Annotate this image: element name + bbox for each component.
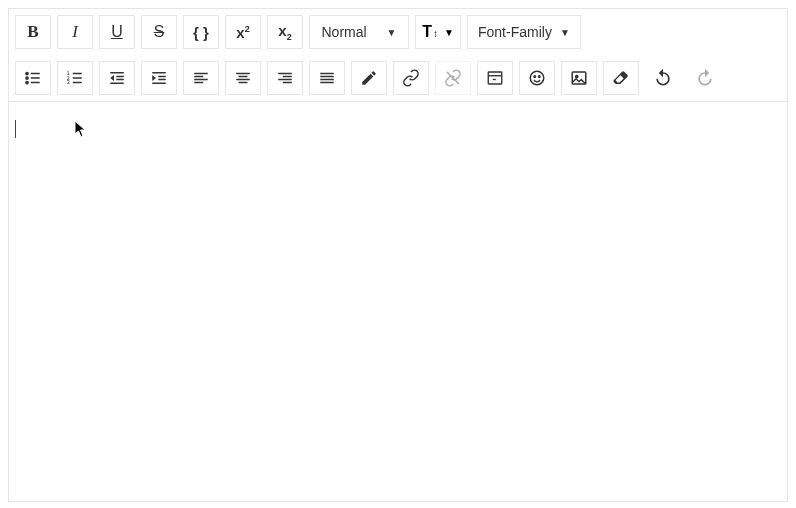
text-caret <box>15 120 16 138</box>
indent-button[interactable] <box>141 61 177 95</box>
heading-dropdown-label: Normal <box>321 24 366 40</box>
svg-rect-39 <box>488 72 502 84</box>
toolbar-row-1: B I U S { } x2 x2 Normal ▼ T↕ ▼ <box>9 9 787 55</box>
code-button[interactable]: { } <box>183 15 219 49</box>
subscript-icon: x2 <box>278 22 291 42</box>
subscript-button[interactable]: x2 <box>267 15 303 49</box>
strikethrough-icon: S <box>154 23 165 41</box>
image-icon <box>570 69 588 87</box>
align-center-icon <box>234 69 252 87</box>
redo-icon <box>695 68 715 88</box>
insert-image-button[interactable] <box>561 61 597 95</box>
superscript-button[interactable]: x2 <box>225 15 261 49</box>
svg-point-0 <box>26 72 28 74</box>
text-color-button[interactable] <box>351 61 387 95</box>
unordered-list-button[interactable] <box>15 61 51 95</box>
chevron-down-icon: ▼ <box>560 27 570 38</box>
align-center-button[interactable] <box>225 61 261 95</box>
underline-button[interactable]: U <box>99 15 135 49</box>
italic-button[interactable]: I <box>57 15 93 49</box>
align-justify-icon <box>318 69 336 87</box>
pencil-icon <box>360 69 378 87</box>
toolbar-row-2: 1 2 3 <box>9 55 787 101</box>
undo-button[interactable] <box>645 61 681 95</box>
embed-button[interactable] <box>477 61 513 95</box>
svg-point-2 <box>26 77 28 79</box>
underline-icon: U <box>111 23 123 41</box>
heading-dropdown[interactable]: Normal ▼ <box>309 15 409 49</box>
remove-link-button[interactable] <box>435 61 471 95</box>
editor-content-area[interactable] <box>9 101 787 501</box>
chevron-down-icon: ▼ <box>387 27 397 38</box>
indent-icon <box>150 69 168 87</box>
chevron-down-icon: ▼ <box>444 27 454 38</box>
italic-icon: I <box>72 22 78 42</box>
svg-text:3: 3 <box>67 79 70 85</box>
align-left-icon <box>192 69 210 87</box>
bold-icon: B <box>27 22 38 42</box>
align-justify-button[interactable] <box>309 61 345 95</box>
align-left-button[interactable] <box>183 61 219 95</box>
outdent-icon <box>108 69 126 87</box>
superscript-icon: x2 <box>236 24 249 41</box>
strikethrough-button[interactable]: S <box>141 15 177 49</box>
rich-text-editor: B I U S { } x2 x2 Normal ▼ T↕ ▼ <box>8 8 788 502</box>
list-ul-icon <box>24 69 42 87</box>
svg-marker-16 <box>110 75 114 81</box>
svg-point-44 <box>539 76 541 78</box>
insert-link-button[interactable] <box>393 61 429 95</box>
emoji-icon <box>528 69 546 87</box>
align-right-button[interactable] <box>267 61 303 95</box>
code-icon: { } <box>193 24 209 41</box>
list-ol-icon: 1 2 3 <box>66 69 84 87</box>
undo-icon <box>653 68 673 88</box>
font-family-dropdown-label: Font-Family <box>478 24 552 40</box>
emoji-button[interactable] <box>519 61 555 95</box>
font-size-icon: T↕ <box>422 23 438 41</box>
svg-point-42 <box>530 71 544 85</box>
svg-point-43 <box>534 76 536 78</box>
embed-icon <box>486 69 504 87</box>
redo-button[interactable] <box>687 61 723 95</box>
svg-marker-21 <box>152 75 156 81</box>
ordered-list-button[interactable]: 1 2 3 <box>57 61 93 95</box>
outdent-button[interactable] <box>99 61 135 95</box>
bold-button[interactable]: B <box>15 15 51 49</box>
clear-format-button[interactable] <box>603 61 639 95</box>
font-size-dropdown[interactable]: T↕ ▼ <box>415 15 461 49</box>
align-right-icon <box>276 69 294 87</box>
svg-point-46 <box>576 75 578 77</box>
eraser-icon <box>612 69 630 87</box>
svg-point-4 <box>26 81 28 83</box>
font-family-dropdown[interactable]: Font-Family ▼ <box>467 15 581 49</box>
unlink-icon <box>444 69 462 87</box>
link-icon <box>402 69 420 87</box>
